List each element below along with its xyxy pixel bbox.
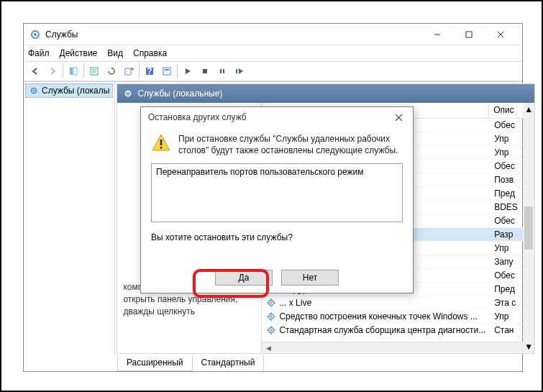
refresh-button[interactable] [103, 63, 120, 80]
service-desc: Стан [490, 324, 526, 336]
svg-point-109 [270, 316, 272, 317]
gear-icon [123, 88, 133, 99]
nav-back-button[interactable] [27, 63, 44, 80]
menu-action[interactable]: Действие [60, 48, 98, 58]
maximize-button[interactable] [453, 24, 485, 45]
stop-services-dialog: Остановка других служб При остановке слу… [140, 106, 414, 293]
svg-text:?: ? [147, 66, 152, 76]
service-name: ... x Live [279, 298, 311, 308]
col-desc[interactable]: Опис [489, 103, 525, 118]
svg-rect-11 [125, 68, 131, 75]
service-name: Средство построения конечных точек Windo… [279, 311, 477, 322]
titlebar[interactable]: Службы [24, 24, 522, 45]
svg-point-23 [127, 93, 129, 95]
service-desc: Пред [490, 188, 526, 199]
service-desc: Упр [490, 242, 526, 254]
svg-rect-18 [223, 69, 224, 73]
main-header: Службы (локальные) [117, 84, 534, 103]
dialog-question: Вы хотите остановить эти службы? [151, 232, 403, 242]
menubar: Файл Действие Вид Справка [24, 45, 522, 61]
scroll-left-icon[interactable]: ◀ [263, 343, 273, 353]
menu-help[interactable]: Справка [133, 48, 167, 58]
toolbar-separator [139, 64, 140, 78]
tab-standard[interactable]: Стандартный [192, 355, 265, 371]
service-desc: Эта с [490, 297, 526, 309]
export-button[interactable] [120, 63, 137, 80]
yes-button[interactable]: Да [215, 270, 273, 286]
dialog-message: При остановке службы "Службы удаленных р… [178, 133, 403, 156]
svg-point-103 [270, 302, 272, 304]
service-desc: Упр [490, 133, 526, 145]
tab-extended[interactable]: Расширенный [117, 355, 193, 371]
svg-rect-6 [70, 68, 73, 75]
close-button[interactable] [485, 24, 516, 45]
svg-point-115 [270, 329, 272, 331]
main-header-title: Службы (локальные) [137, 88, 222, 99]
tree-root-label: Службы (локалы [42, 86, 109, 96]
svg-rect-19 [236, 69, 237, 73]
service-desc: Обес [490, 215, 526, 227]
help-button[interactable]: ? [141, 63, 158, 80]
window-title: Службы [45, 29, 421, 40]
table-row[interactable]: Стандартная служба сборщика центра диагн… [262, 324, 534, 337]
svg-rect-16 [203, 69, 207, 73]
list-item[interactable]: Перенаправитель портов пользовательского… [156, 167, 398, 177]
app-icon [29, 29, 41, 40]
service-desc: Обес [490, 119, 526, 131]
svg-rect-3 [466, 32, 472, 37]
restart-service-button[interactable] [231, 63, 248, 80]
dialog-title[interactable]: Остановка других служб [141, 107, 413, 127]
service-desc: BDES [490, 201, 526, 213]
gear-icon [266, 311, 276, 322]
menu-file[interactable]: Файл [28, 48, 50, 58]
svg-rect-122 [160, 140, 163, 145]
start-service-button[interactable] [179, 63, 196, 80]
help-topic-button[interactable] [158, 63, 175, 80]
table-row[interactable]: Средство построения конечных точек Windo… [262, 310, 534, 324]
svg-point-1 [34, 33, 37, 36]
warning-icon [151, 133, 171, 153]
no-button[interactable]: Нет [281, 270, 339, 286]
menu-view[interactable]: Вид [107, 48, 123, 58]
dialog-body: При остановке службы "Службы удаленных р… [141, 127, 413, 263]
scroll-thumb[interactable] [524, 206, 533, 250]
service-desc: Обес [490, 160, 526, 172]
gear-icon [266, 325, 276, 335]
minimize-button[interactable] [421, 24, 453, 45]
svg-rect-8 [91, 68, 98, 75]
horizontal-scrollbar[interactable]: ◀ ▶ [262, 342, 534, 353]
gear-icon [266, 298, 276, 308]
svg-point-21 [33, 90, 35, 92]
vertical-scrollbar[interactable]: ▲ ▼ [523, 103, 534, 353]
service-desc: Позв [490, 174, 526, 186]
toolbar-separator [177, 64, 178, 78]
gear-icon [29, 86, 39, 96]
properties-button[interactable] [86, 63, 103, 80]
toolbar-separator [83, 64, 84, 78]
dependent-services-list[interactable]: Перенаправитель портов пользовательского… [151, 163, 403, 222]
toolbar-separator [63, 64, 63, 78]
pause-service-button[interactable] [214, 63, 231, 80]
toolbar: ? [24, 61, 522, 81]
scroll-up-icon[interactable]: ▲ [524, 104, 533, 114]
nav-forward-button[interactable] [44, 63, 61, 80]
service-desc: Запу [490, 256, 526, 268]
view-tabs: Расширенный Стандартный [24, 355, 522, 371]
scroll-down-icon[interactable]: ▼ [524, 342, 533, 352]
dialog-close-button[interactable] [387, 109, 410, 126]
service-name: Стандартная служба сборщика центра диагн… [279, 325, 485, 335]
svg-rect-15 [165, 69, 169, 70]
svg-rect-123 [160, 147, 163, 149]
svg-rect-14 [163, 68, 170, 75]
svg-rect-7 [73, 68, 77, 75]
service-desc: Обес [490, 270, 526, 281]
dialog-buttons: Да Нет [141, 263, 413, 293]
tree-pane[interactable]: Службы (локалы [24, 82, 115, 355]
service-desc: Упр [490, 147, 526, 158]
table-row[interactable]: ... x LiveЭта с [262, 296, 534, 310]
svg-rect-17 [220, 69, 222, 73]
tree-root-item[interactable]: Службы (локалы [25, 83, 113, 98]
service-desc: Разр [490, 229, 526, 240]
stop-service-button[interactable] [196, 63, 214, 80]
show-tree-button[interactable] [65, 63, 82, 80]
